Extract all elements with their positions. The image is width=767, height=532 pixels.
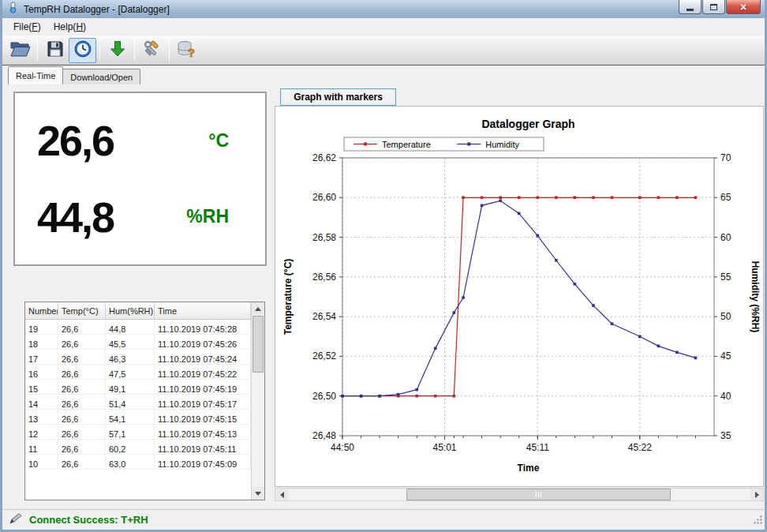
column-header-number[interactable]: Number: [25, 302, 58, 319]
scroll-down-button[interactable]: [252, 487, 264, 500]
table-cell: 26,6: [58, 425, 106, 439]
table-cell: 26,6: [58, 335, 106, 349]
table-row[interactable]: 1526,649,111.10.2019 07:45:19: [25, 380, 251, 395]
svg-text:?: ?: [188, 46, 195, 58]
table-row[interactable]: 1826,645,511.10.2019 07:45:26: [25, 335, 251, 350]
tab-real-time[interactable]: Real-Time: [8, 66, 63, 84]
svg-text:60: 60: [720, 232, 731, 243]
chart-horizontal-scrollbar[interactable]: [275, 488, 764, 501]
table-cell: 44,8: [106, 320, 155, 334]
settings-button[interactable]: [138, 38, 166, 63]
arrow-right-icon: [755, 492, 759, 498]
table-cell: 18: [25, 335, 58, 349]
grip-icon: [538, 492, 539, 497]
svg-text:Humidity (%RH): Humidity (%RH): [750, 261, 761, 333]
open-file-button[interactable]: [6, 38, 34, 63]
table-cell: 16: [25, 365, 58, 379]
toolbar: ?: [2, 36, 765, 66]
table-row[interactable]: 1026,663,011.10.2019 07:45:09: [25, 455, 251, 470]
close-button[interactable]: ×: [726, 0, 761, 14]
table-row[interactable]: 1226,657,111.10.2019 07:45:13: [25, 425, 251, 440]
scroll-left-button[interactable]: [275, 489, 288, 500]
maximize-button[interactable]: [702, 0, 725, 14]
graph-with-markers-button[interactable]: Graph with markers: [280, 88, 396, 106]
app-window: TempRH Datalogger - [Datalogger] × File(…: [0, 0, 767, 532]
svg-text:70: 70: [720, 152, 731, 163]
table-cell: 57,1: [106, 425, 155, 439]
svg-text:26,60: 26,60: [312, 192, 336, 203]
save-button[interactable]: [41, 38, 69, 63]
table-cell: 26,6: [58, 350, 106, 364]
logger-info-button[interactable]: ?: [173, 38, 200, 63]
temperature-value: 26,6: [37, 116, 114, 165]
table-vertical-scrollbar[interactable]: [251, 302, 264, 500]
table-row[interactable]: 1726,646,311.10.2019 07:45:24: [25, 350, 251, 365]
folder-open-icon: [9, 39, 31, 62]
floppy-disk-icon: [46, 39, 65, 62]
table-cell: 11.10.2019 07:45:09: [155, 455, 251, 469]
minimize-icon: [687, 9, 694, 11]
table-body: 1926,644,811.10.2019 07:45:281826,645,51…: [25, 320, 251, 470]
table-row[interactable]: 1326,654,111.10.2019 07:45:15: [25, 410, 251, 425]
arrow-down-icon: [255, 492, 261, 496]
table-row[interactable]: 1126,660,211.10.2019 07:45:11: [25, 440, 251, 455]
humidity-value: 44,8: [37, 193, 114, 242]
svg-text:Temperature: Temperature: [382, 140, 431, 149]
svg-text:Datalogger Graph: Datalogger Graph: [481, 118, 574, 130]
main-content: 26,6 °C 44,8 %RH Number Temp(°C) Hum(%RH…: [2, 84, 765, 509]
table-cell: 46,3: [106, 350, 155, 364]
column-header-hum[interactable]: Hum(%RH): [106, 302, 155, 319]
table-cell: 11.10.2019 07:45:22: [155, 365, 251, 379]
scrollbar-track[interactable]: [288, 489, 750, 500]
live-readout-panel: 26,6 °C 44,8 %RH: [13, 92, 267, 266]
column-header-temp[interactable]: Temp(°C): [58, 302, 106, 319]
download-arrow-icon: [108, 39, 127, 62]
svg-text:Humidity: Humidity: [485, 140, 519, 149]
table-cell: 14: [25, 395, 58, 409]
table-cell: 26,6: [58, 365, 106, 379]
humidity-unit: %RH: [186, 206, 229, 227]
table-cell: 26,6: [58, 320, 106, 334]
column-header-time[interactable]: Time: [155, 302, 251, 319]
menu-help[interactable]: Help(H): [47, 19, 92, 35]
table-cell: 11.10.2019 07:45:19: [155, 380, 251, 394]
table-header: Number Temp(°C) Hum(%RH) Time: [25, 302, 251, 320]
table-cell: 51,4: [106, 395, 155, 409]
tab-download-open[interactable]: Download/Open: [62, 69, 140, 84]
scroll-up-button[interactable]: [252, 302, 264, 315]
menu-file[interactable]: File(F): [7, 19, 47, 35]
table-row[interactable]: 1426,651,411.10.2019 07:45:17: [25, 395, 251, 410]
minimize-button[interactable]: [679, 0, 702, 14]
svg-text:55: 55: [720, 272, 731, 283]
svg-text:26,48: 26,48: [312, 430, 336, 441]
table-cell: 15: [25, 380, 58, 394]
realtime-button[interactable]: [69, 38, 96, 63]
svg-text:40: 40: [720, 391, 731, 402]
download-button[interactable]: [103, 38, 131, 63]
app-icon: [7, 2, 19, 17]
toolbar-separator: [37, 39, 38, 61]
table-cell: 11: [25, 440, 58, 454]
title-bar[interactable]: TempRH Datalogger - [Datalogger] ×: [2, 0, 765, 18]
close-icon: ×: [740, 2, 746, 13]
temperature-unit: °C: [208, 130, 229, 152]
svg-text:44:50: 44:50: [331, 442, 354, 453]
table-row[interactable]: 1626,647,511.10.2019 07:45:22: [25, 365, 251, 380]
svg-text:45:11: 45:11: [526, 442, 549, 453]
scrollbar-thumb[interactable]: [253, 316, 264, 373]
scrollbar-thumb[interactable]: [406, 489, 671, 500]
menu-bar: File(F) Help(H): [2, 18, 765, 36]
resize-grip[interactable]: [753, 514, 763, 528]
tab-strip: Real-Time Download/Open: [2, 66, 765, 84]
svg-text:26,54: 26,54: [312, 311, 336, 322]
table-cell: 45,5: [106, 335, 155, 349]
status-bar: Connect Success: T+RH: [2, 509, 765, 530]
scroll-right-button[interactable]: [750, 489, 763, 500]
table-row[interactable]: 1926,644,811.10.2019 07:45:28: [25, 320, 251, 335]
table-cell: 11.10.2019 07:45:13: [155, 425, 251, 439]
svg-text:45: 45: [720, 350, 731, 362]
scrollbar-track[interactable]: [252, 315, 264, 487]
table-cell: 47,5: [106, 365, 155, 379]
table-cell: 60,2: [106, 440, 155, 454]
table-cell: 11.10.2019 07:45:11: [155, 440, 251, 454]
